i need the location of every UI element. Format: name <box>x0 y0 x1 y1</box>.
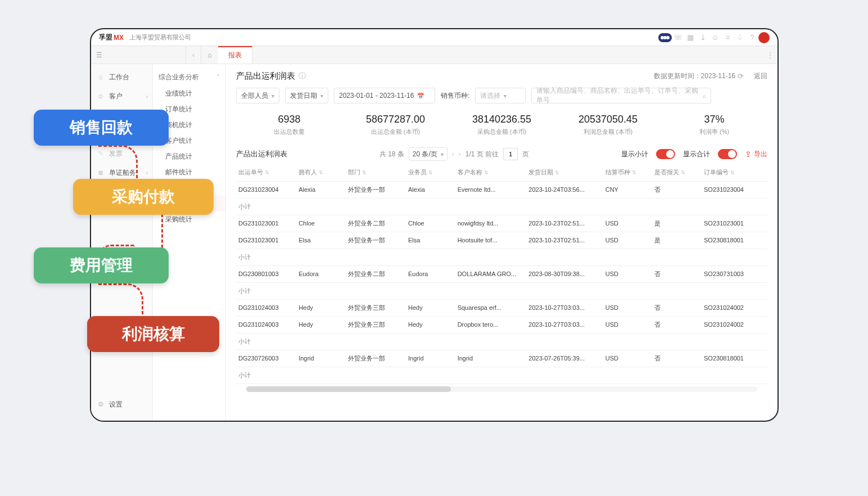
back-button[interactable]: 返回 <box>754 71 767 81</box>
horizontal-scrollbar[interactable] <box>246 386 757 392</box>
chevron-up-icon: ˄ <box>216 74 220 81</box>
chevron-down-icon: ▾ <box>504 93 507 99</box>
table-cell: Hedy <box>406 299 455 316</box>
help-icon[interactable]: ? <box>746 31 758 44</box>
table-title: 产品出运利润表 <box>236 149 287 159</box>
table-cell: USD <box>603 350 653 367</box>
column-header[interactable]: 客户名称⇅ <box>455 164 527 181</box>
page-prev-button[interactable]: ‹ <box>452 150 454 158</box>
timestamp-label: 数据更新时间：2023-11-16 <box>654 71 735 81</box>
rail-item-label: 工作台 <box>109 73 129 82</box>
submenu-item[interactable]: 业绩统计 <box>153 85 225 101</box>
sort-icon: ⇅ <box>730 170 735 175</box>
stat-caption: 利润率 (%) <box>661 128 767 136</box>
filter-currency-select[interactable]: 请选择▾ <box>475 88 526 103</box>
page-title: 产品出运利润表 <box>236 71 295 82</box>
column-header[interactable]: 部门⇅ <box>346 164 406 181</box>
table-row[interactable]: 小计 <box>236 249 767 265</box>
table-cell: DG231023004 <box>236 181 296 198</box>
show-subtotal-toggle[interactable] <box>656 149 675 159</box>
show-total-toggle[interactable] <box>718 149 737 159</box>
page-goto-input[interactable] <box>503 148 518 160</box>
table-cell: DG230801003 <box>236 265 296 282</box>
table-cell: SO231024002 <box>702 316 767 333</box>
table-row[interactable]: 小计 <box>236 282 767 299</box>
download-icon[interactable]: ⤓ <box>697 31 709 44</box>
table-row[interactable]: DG231023004Alexia外贸业务一部AlexiaEvernote lt… <box>236 181 767 198</box>
filter-datetype-select[interactable]: 发货日期▾ <box>285 88 328 103</box>
table-cell: USD <box>603 299 653 316</box>
table-row[interactable]: DG230726003Ingrid外贸业务一部IngridIngrid2023-… <box>236 350 767 367</box>
submenu-group[interactable]: 综合业务分析 ˄ <box>153 69 225 85</box>
data-grid[interactable]: 出运单号⇅拥有人⇅部门⇅业务员⇅客户名称⇅发货日期⇅结算币种⇅是否报关⇅订单编号… <box>226 164 777 421</box>
export-button[interactable]: ⇪导出 <box>745 150 767 159</box>
submenu-item[interactable]: 邮件统计 <box>153 164 225 180</box>
table-cell: Ingrid <box>406 350 455 367</box>
filter-bar: 全部人员▾ 发货日期▾ 2023-01-01 - 2023-11-16📅 销售币… <box>226 88 777 108</box>
search-input[interactable]: 请输入商品编号、商品名称、出运单号、订单号、采购单号⌕ <box>531 88 711 103</box>
table-cell: 是 <box>652 232 702 249</box>
pagesize-select[interactable]: 20 条/页▾ <box>409 147 447 161</box>
brand-name: 孚盟 <box>99 33 112 42</box>
headset-icon[interactable]: ☏ <box>672 31 684 44</box>
rail-item-label: 客户 <box>109 92 123 101</box>
table-row[interactable]: DG230801003Eudora外贸业务二部EudoraDOLLARAMA G… <box>236 265 767 282</box>
table-cell: 否 <box>652 350 702 367</box>
filter-daterange-input[interactable]: 2023-01-01 - 2023-11-16📅 <box>334 88 435 103</box>
nav-back-button[interactable]: ‹ <box>186 46 201 64</box>
column-header[interactable]: 出运单号⇅ <box>236 164 296 181</box>
table-row[interactable]: DG231023001Elsa外贸业务一部ElsaHootsuite tof..… <box>236 232 767 249</box>
home-icon[interactable]: ⌂ <box>201 46 218 64</box>
rail-item-icon: ⌂ <box>97 73 105 81</box>
table-cell: 否 <box>652 316 702 333</box>
table-cell: 2023-10-27T03:03... <box>526 316 603 333</box>
table-cell: DG230726003 <box>236 350 296 367</box>
apps-grid-icon[interactable]: ▦ <box>684 31 697 44</box>
column-header[interactable]: 是否报关⇅ <box>652 164 702 181</box>
table-cell: Chloe <box>296 215 346 232</box>
scan-icon[interactable]: ⌗ <box>721 31 734 44</box>
table-cell: 外贸业务二部 <box>346 265 406 282</box>
rail-item[interactable]: ☺客户› <box>91 87 152 106</box>
chat-icon[interactable]: ☺ <box>709 31 721 44</box>
page-header: 产品出运利润表 ⓘ 数据更新时间：2023-11-16 ⟳ 返回 <box>226 64 777 88</box>
rail-item[interactable]: ⌂工作台 <box>91 67 152 87</box>
currency-label: 销售币种: <box>441 91 469 101</box>
filter-person-select[interactable]: 全部人员▾ <box>236 88 279 103</box>
column-header[interactable]: 拥有人⇅ <box>296 164 346 181</box>
rail-item-settings[interactable]: ⚙ 设置 <box>91 395 152 414</box>
table-row[interactable]: 小计 <box>236 333 767 350</box>
sort-icon: ⇅ <box>362 170 367 175</box>
column-header[interactable]: 结算币种⇅ <box>603 164 653 181</box>
table-row[interactable]: 小计 <box>236 367 767 384</box>
column-header[interactable]: 订单编号⇅ <box>702 164 767 181</box>
table-cell: DG231023001 <box>236 232 296 249</box>
column-header[interactable]: 业务员⇅ <box>406 164 455 181</box>
table-cell: SO230731003 <box>702 265 767 282</box>
table-cell: DG231024003 <box>236 299 296 316</box>
submenu-item[interactable]: 产品统计 <box>153 148 225 164</box>
user-avatar[interactable] <box>758 32 770 43</box>
stat-card: 6938出运总数量 <box>236 114 342 136</box>
table-row[interactable]: DG231024003Hedy外贸业务三部HedyDropbox tero...… <box>236 316 767 333</box>
page-next-button[interactable]: › <box>459 150 461 158</box>
table-cell: 2023-08-30T09:38... <box>526 265 603 282</box>
sort-icon: ⇅ <box>265 170 269 175</box>
table-row[interactable]: DG231024003Hedy外贸业务三部HedySquarespa erf..… <box>236 299 767 316</box>
chevron-down-icon: ▾ <box>272 93 274 99</box>
stat-card: 38140236.55采购总金额 (本币) <box>449 114 555 136</box>
ai-badge-icon[interactable] <box>658 33 672 42</box>
table-row[interactable]: DG231023001Chloe外贸业务二部Chloenowigfdsy ltd… <box>236 215 767 232</box>
table-row[interactable]: 小计 <box>236 198 767 215</box>
table-cell: 外贸业务二部 <box>346 215 406 232</box>
table-cell: 否 <box>652 265 702 282</box>
refresh-icon[interactable]: ⟳ <box>738 72 744 80</box>
tab-reports[interactable]: 报表 <box>218 46 252 64</box>
table-cell: 2023-10-24T03:56... <box>526 181 603 198</box>
help-circle-icon[interactable]: ⓘ <box>299 71 306 81</box>
table-cell: 2023-10-23T02:51... <box>526 232 603 249</box>
menu-toggle-icon[interactable]: ☰ <box>91 51 107 59</box>
column-header[interactable]: 发货日期⇅ <box>526 164 603 181</box>
bell-icon[interactable]: ♤ <box>734 31 746 44</box>
tabbar-more-icon[interactable]: ⋮ <box>763 51 777 59</box>
